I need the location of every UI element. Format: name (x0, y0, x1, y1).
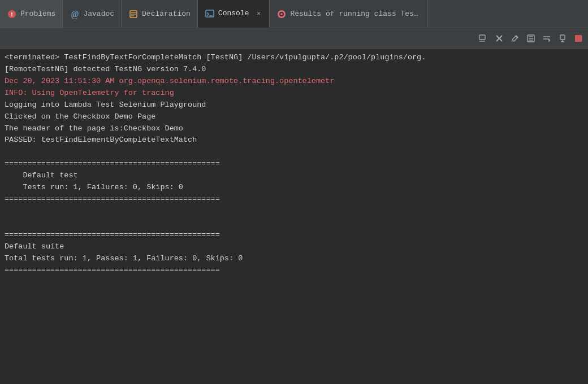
console-line (5, 206, 583, 217)
declaration-icon (128, 9, 139, 19)
console-line: Logging into Lambda Test Selenium Playgr… (5, 99, 583, 111)
javadoc-icon: @ (70, 9, 80, 19)
console-line: ========================================… (5, 194, 583, 206)
tab-declaration[interactable]: Declaration (122, 0, 198, 28)
tab-problems[interactable]: ! Problems (0, 0, 63, 28)
remove-console-button[interactable] (492, 31, 507, 46)
console-line: ========================================… (5, 229, 583, 241)
console-line: [RemoteTestNG] detected TestNG version 7… (5, 64, 583, 76)
console-line: The header of the page is:Checkbox Demo (5, 123, 583, 135)
console-line: Dec 20, 2023 11:51:30 AM org.openqa.sele… (5, 76, 583, 88)
svg-text:!: ! (10, 11, 14, 18)
tab-javadoc-label: Javadoc (83, 10, 114, 18)
results-icon (276, 9, 287, 19)
console-line: ========================================… (5, 158, 583, 170)
tab-console[interactable]: Console ✕ (198, 0, 270, 28)
pin-console-button[interactable] (555, 31, 570, 46)
tab-bar: ! Problems @ Javadoc Declaration Console… (0, 0, 588, 28)
console-line: Default suite (5, 241, 583, 253)
console-toolbar (0, 28, 588, 49)
svg-rect-25 (575, 35, 582, 42)
svg-rect-22 (560, 35, 565, 40)
console-line (5, 217, 583, 229)
problems-icon: ! (7, 9, 17, 19)
tab-console-label: Console (218, 9, 249, 18)
console-line: INFO: Using OpenTelemetry for tracing (5, 88, 583, 99)
tab-results-label: Results of running class TestF (290, 10, 421, 18)
console-line: Clicked on the Checkbox Demo Page (5, 111, 583, 123)
console-line (5, 146, 583, 158)
console-output: <terminated> TestFindByTextForCompleteMa… (0, 49, 588, 384)
console-icon (205, 8, 215, 19)
word-wrap-button[interactable] (539, 31, 554, 46)
console-line: <terminated> TestFindByTextForCompleteMa… (5, 52, 583, 64)
scroll-lock-button[interactable] (524, 31, 538, 46)
tools-button[interactable] (508, 31, 522, 46)
display-selected-console-button[interactable] (476, 31, 491, 46)
console-line: PASSED: testFindElementByCompleteTextMat… (5, 134, 583, 146)
tab-results[interactable]: Results of running class TestF (270, 0, 428, 28)
tab-javadoc[interactable]: @ Javadoc (63, 0, 122, 28)
console-line: ========================================… (5, 265, 583, 277)
svg-line-16 (512, 41, 512, 42)
svg-point-10 (280, 13, 283, 15)
terminate-button[interactable] (571, 31, 586, 46)
console-line: Total tests run: 1, Passes: 1, Failures:… (5, 253, 583, 265)
tab-problems-label: Problems (20, 10, 55, 18)
console-line: Default test (5, 170, 583, 182)
console-close-button[interactable]: ✕ (254, 10, 262, 18)
svg-rect-11 (479, 35, 485, 40)
console-line: Tests run: 1, Failures: 0, Skips: 0 (5, 182, 583, 194)
tab-declaration-label: Declaration (142, 10, 191, 18)
